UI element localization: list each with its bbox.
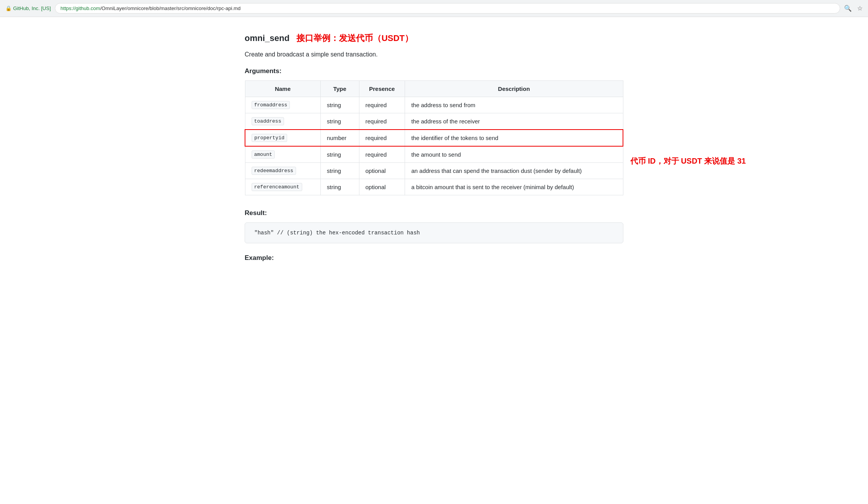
- security-indicator: 🔒 GitHub, Inc. [US]: [5, 5, 51, 11]
- cell-type: string: [320, 163, 359, 179]
- example-heading: Example:: [245, 254, 623, 262]
- lock-icon: 🔒: [5, 5, 12, 11]
- table-row: fromaddress string required the address …: [245, 97, 623, 113]
- cell-description: the identifier of the tokens to send: [405, 130, 623, 146]
- cell-type: string: [320, 179, 359, 195]
- cell-description: a bitcoin amount that is sent to the rec…: [405, 179, 623, 195]
- propertyid-annotation: 代币 ID，对于 USDT 来说值是 31: [630, 156, 746, 166]
- cell-name: referenceamount: [245, 179, 320, 195]
- cell-type: number: [320, 130, 359, 146]
- cell-name: redeemaddress: [245, 163, 320, 179]
- arguments-heading: Arguments:: [245, 67, 623, 75]
- col-description: Description: [405, 81, 623, 97]
- cell-presence: required: [359, 146, 405, 163]
- name-code: toaddress: [252, 117, 284, 125]
- name-code: fromaddress: [252, 101, 290, 109]
- page-title: omni_send: [245, 33, 289, 43]
- cell-presence: required: [359, 130, 405, 146]
- page-description: Create and broadcast a simple send trans…: [245, 51, 623, 58]
- cell-name: fromaddress: [245, 97, 320, 113]
- name-code-propertyid: propertyid: [252, 134, 287, 142]
- table-row: toaddress string required the address of…: [245, 113, 623, 130]
- browser-icons: 🔍 ☆: [844, 5, 863, 12]
- cell-name: propertyid: [245, 130, 320, 146]
- cell-presence: required: [359, 97, 405, 113]
- table-row: amount string required the amount to sen…: [245, 146, 623, 163]
- cell-presence: optional: [359, 179, 405, 195]
- result-section: Result: "hash" // (string) the hex-encod…: [245, 209, 623, 243]
- security-label: GitHub, Inc. [US]: [13, 5, 51, 11]
- cell-description: the amount to send: [405, 146, 623, 163]
- cell-presence: optional: [359, 163, 405, 179]
- table-container: Name Type Presence Description fromaddre…: [245, 80, 623, 209]
- cell-name: amount: [245, 146, 320, 163]
- col-type: Type: [320, 81, 359, 97]
- result-heading: Result:: [245, 209, 623, 217]
- main-content: omni_send 接口举例：发送代币（USDT） Create and bro…: [221, 17, 647, 277]
- cell-type: string: [320, 97, 359, 113]
- name-code-amount: amount: [252, 150, 275, 159]
- arguments-table: Name Type Presence Description fromaddre…: [245, 80, 623, 195]
- table-row: redeemaddress string optional an address…: [245, 163, 623, 179]
- cell-name: toaddress: [245, 113, 320, 130]
- result-code-block: "hash" // (string) the hex-encoded trans…: [245, 222, 623, 243]
- page-subtitle: 接口举例：发送代币（USDT）: [296, 32, 413, 44]
- cell-presence: required: [359, 113, 405, 130]
- result-code: "hash" // (string) the hex-encoded trans…: [254, 230, 420, 236]
- cell-description: the address of the receiver: [405, 113, 623, 130]
- cell-description: an address that can spend the transactio…: [405, 163, 623, 179]
- star-icon[interactable]: ☆: [857, 5, 863, 12]
- url-green: https://github.com: [61, 5, 100, 11]
- cell-type: string: [320, 146, 359, 163]
- table-row-highlighted: propertyid number required the identifie…: [245, 130, 623, 146]
- name-code-referenceamount: referenceamount: [252, 183, 302, 191]
- cell-type: string: [320, 113, 359, 130]
- search-icon[interactable]: 🔍: [844, 5, 852, 12]
- table-row: referenceamount string optional a bitcoi…: [245, 179, 623, 195]
- title-row: omni_send 接口举例：发送代币（USDT）: [245, 32, 623, 44]
- table-header: Name Type Presence Description: [245, 81, 623, 97]
- table-body: fromaddress string required the address …: [245, 97, 623, 195]
- url-bar[interactable]: https://github.com /OmniLayer/omnicore/b…: [55, 3, 840, 14]
- cell-description: the address to send from: [405, 97, 623, 113]
- col-presence: Presence: [359, 81, 405, 97]
- col-name: Name: [245, 81, 320, 97]
- url-dark: /OmniLayer/omnicore/blob/master/src/omni…: [100, 5, 240, 11]
- browser-bar: 🔒 GitHub, Inc. [US] https://github.com /…: [0, 0, 868, 17]
- name-code-redeemaddress: redeemaddress: [252, 167, 296, 175]
